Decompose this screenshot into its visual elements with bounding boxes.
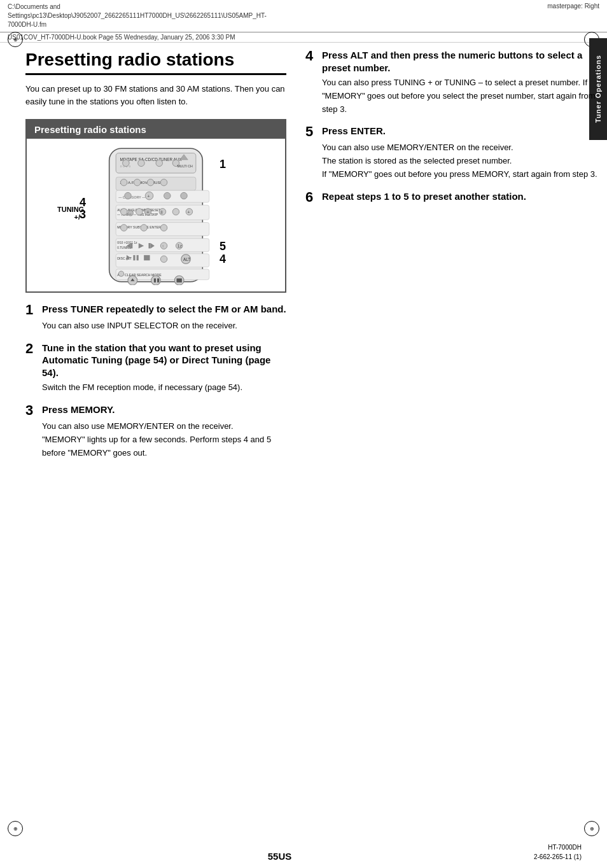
svg-rect-74 [176, 279, 181, 283]
step-1-number: 1 [25, 303, 38, 317]
svg-point-43 [160, 225, 167, 231]
svg-text:— CATEGORY —: — CATEGORY — [118, 195, 146, 199]
remote-svg: MD/TAPE SA-CD/CD TUNER AUX ○ ○ ○ ○ MULTI… [92, 145, 220, 285]
svg-text:+: + [146, 209, 149, 215]
svg-text:ALT: ALT [183, 257, 190, 262]
svg-point-24 [181, 193, 187, 199]
step-4-header: 4 Press ALT and then press the numeric b… [305, 49, 599, 74]
step-5: 5 Press ENTER. You can also use MEMORY/E… [305, 125, 599, 181]
step-1-body: You can also use INPUT SELECTOR on the r… [25, 319, 286, 333]
svg-point-4 [123, 160, 129, 166]
svg-point-42 [141, 225, 147, 231]
diagram-label-4-left: 4 [80, 196, 86, 209]
diagram-label-5: 5 [220, 240, 226, 253]
svg-text:0/10   >10/11   1z: 0/10 >10/11 1z [117, 241, 137, 244]
step-3-header: 3 Press MEMORY. [25, 403, 286, 417]
svg-text:–: – [129, 211, 132, 216]
step-5-header: 5 Press ENTER. [305, 125, 599, 139]
svg-rect-59 [133, 255, 135, 260]
svg-text:MULTI CH: MULTI CH [178, 164, 193, 168]
page-wrapper: Presetting radio stations You can preset… [0, 43, 607, 475]
step-3-body: You can also use MEMORY/ENTER on the rec… [25, 420, 286, 459]
svg-text:8: 8 [160, 210, 163, 214]
svg-text:+: + [147, 193, 150, 199]
step-3-number: 3 [25, 403, 38, 417]
svg-text:+: + [187, 209, 190, 215]
corner-mark-br: ⊕ [584, 821, 599, 836]
svg-point-6 [156, 160, 162, 166]
step-2-body: Switch the FM reception mode, if necessa… [25, 381, 286, 395]
svg-point-62 [160, 256, 167, 262]
remote-diagram: TUNING+/– MD/TAPE SA-CD/CD TUNER AUX ○ ○… [92, 145, 220, 285]
page-number: 55US [268, 851, 292, 862]
step-4-number: 4 [305, 49, 318, 63]
step-4-title: Press ALT and then press the numeric but… [322, 49, 599, 74]
footer-model: HT-7000DH 2-662-265-11 (1) [534, 843, 582, 862]
step-3: 3 Press MEMORY. You can also use MEMORY/… [25, 403, 286, 459]
step-6-title: Repeat steps 1 to 5 to preset another st… [322, 190, 526, 203]
diagram-label-4-right: 4 [220, 253, 226, 266]
svg-point-29 [136, 209, 143, 215]
svg-text:↑: ↑ [162, 244, 164, 249]
svg-point-67 [118, 271, 123, 276]
step-2-header: 2 Tune in the station that you want to p… [25, 342, 286, 379]
intro-text: You can preset up to 30 FM stations and … [25, 83, 286, 109]
step-6-number: 6 [305, 190, 318, 204]
svg-point-15 [160, 179, 167, 186]
preset-box: Presetting radio stations TUNING+/– MD/T… [25, 119, 286, 293]
left-column: Presetting radio stations You can preset… [25, 49, 299, 469]
step-2-title: Tune in the station that you want to pre… [42, 342, 286, 379]
svg-rect-61 [144, 255, 150, 260]
page-title: Presetting radio stations [25, 49, 286, 75]
corner-mark-bl: ⊕ [8, 821, 23, 836]
diagram-label-3: 3 [80, 208, 86, 221]
svg-rect-71 [154, 279, 156, 283]
step-6: 6 Repeat steps 1 to 5 to preset another … [305, 190, 599, 204]
step-4: 4 Press ALT and then press the numeric b… [305, 49, 599, 116]
step-4-body: You can also press TUNING + or TUNING – … [305, 76, 599, 116]
diagram-label-1: 1 [220, 158, 226, 171]
svg-rect-48 [130, 243, 132, 248]
svg-rect-51 [148, 243, 150, 248]
page-footer: 55US HT-7000DH 2-662-265-11 (1) [0, 843, 607, 862]
step-3-title: Press MEMORY. [42, 403, 115, 416]
svg-point-13 [134, 179, 140, 186]
svg-point-28 [120, 209, 127, 215]
svg-point-23 [164, 193, 171, 199]
step-2-number: 2 [25, 342, 38, 356]
svg-text:1z: 1z [178, 244, 183, 249]
step-1-header: 1 Press TUNER repeatedly to select the F… [25, 303, 286, 317]
top-bar: C:\Documents and Settings\pc13\Desktop\J… [0, 0, 607, 32]
svg-text:DISC          ALT: DISC ALT [117, 256, 132, 260]
step-6-header: 6 Repeat steps 1 to 5 to preset another … [305, 190, 599, 204]
svg-text:MD/TAPE SA-CD/CD  TUNER    AUX: MD/TAPE SA-CD/CD TUNER AUX [120, 157, 182, 162]
step-2: 2 Tune in the station that you want to p… [25, 342, 286, 395]
preset-box-header: Presetting radio stations [27, 120, 285, 139]
svg-point-36 [172, 209, 179, 215]
step-5-title: Press ENTER. [322, 125, 386, 137]
right-column: 4 Press ALT and then press the numeric b… [299, 49, 599, 469]
svg-point-14 [147, 179, 153, 186]
step-1-title: Press TUNER repeatedly to select the FM … [42, 303, 286, 316]
svg-point-41 [120, 225, 127, 231]
file-path: C:\Documents and Settings\pc13\Desktop\J… [8, 3, 267, 29]
second-bar: US01COV_HT-7000DH-U.book Page 55 Wednesd… [0, 32, 607, 43]
step-5-number: 5 [305, 125, 318, 139]
svg-point-20 [125, 193, 131, 199]
svg-point-5 [138, 160, 144, 166]
step-1: 1 Press TUNER repeatedly to select the F… [25, 303, 286, 333]
masterpage-label: masterpage: Right [547, 3, 599, 10]
svg-rect-60 [137, 255, 139, 260]
step-5-body: You can also use MEMORY/ENTER on the rec… [305, 141, 599, 181]
preset-box-body: TUNING+/– MD/TAPE SA-CD/CD TUNER AUX ○ ○… [27, 139, 285, 291]
svg-rect-72 [157, 279, 159, 283]
svg-point-12 [120, 179, 127, 186]
